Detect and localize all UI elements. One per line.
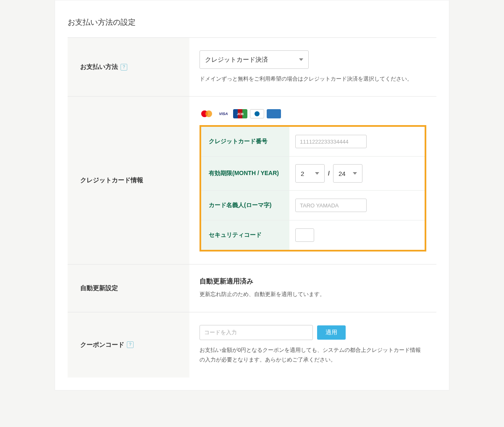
cc-expiry-month-value: 2 — [301, 170, 304, 177]
cc-name-input[interactable] — [295, 199, 367, 212]
card-brand-row: VISA JCB — [200, 109, 426, 118]
payment-method-select[interactable]: クレジットカード決済 — [200, 50, 309, 69]
cc-info-label: クレジットカード情報 — [68, 97, 189, 264]
row-coupon: クーポンコード ? 適用 お支払い金額が0円となるクーポンを適用しても、システム… — [68, 312, 436, 377]
cc-expiry-year-select[interactable]: 24 — [333, 164, 362, 183]
cc-number-label: クレジットカード番号 — [201, 127, 289, 156]
payment-method-label-text: お支払い方法 — [80, 63, 118, 71]
expiry-separator: / — [328, 170, 330, 177]
payment-method-note: ドメインずっと無料をご利用希望の場合はクレジットカード決済を選択してください。 — [200, 74, 426, 84]
help-icon[interactable]: ? — [127, 341, 134, 348]
mastercard-icon — [200, 109, 214, 118]
coupon-input[interactable] — [200, 325, 313, 340]
cc-expiry-month-select[interactable]: 2 — [295, 164, 325, 183]
row-cc-info: クレジットカード情報 VISA JCB クレジットカード番号 — [68, 97, 436, 265]
coupon-label: クーポンコード ? — [68, 312, 189, 377]
cc-cvv-label: セキュリティコード — [201, 220, 289, 250]
cc-cvv-input[interactable] — [295, 228, 314, 242]
cc-fields-table: クレジットカード番号 有効期限(MONTH / YEAR) 2 / — [200, 125, 426, 251]
coupon-label-text: クーポンコード — [80, 341, 124, 349]
page-title: お支払い方法の設定 — [68, 0, 436, 38]
coupon-note: お支払い金額が0円となるクーポンを適用しても、システムの都合上クレジットカード情… — [200, 345, 426, 365]
help-icon[interactable]: ? — [121, 64, 127, 71]
payment-settings-card: お支払い方法の設定 お支払い方法 ? クレジットカード決済 ドメインずっと無料を… — [55, 0, 449, 390]
row-payment-method: お支払い方法 ? クレジットカード決済 ドメインずっと無料をご利用希望の場合はク… — [68, 38, 436, 97]
cc-expiry-year-value: 24 — [339, 170, 346, 177]
auto-renew-note: 更新忘れ防止のため、自動更新を適用しています。 — [200, 289, 426, 299]
jcb-icon: JCB — [233, 109, 247, 118]
cc-expiry-label: 有効期限(MONTH / YEAR) — [201, 157, 289, 190]
cc-number-input[interactable] — [295, 135, 367, 148]
auto-renew-status: 自動更新適用済み — [200, 277, 426, 286]
chevron-down-icon — [353, 172, 357, 175]
payment-method-label: お支払い方法 ? — [68, 38, 189, 96]
payment-method-selected: クレジットカード決済 — [205, 56, 268, 64]
row-auto-renew: 自動更新設定 自動更新適用済み 更新忘れ防止のため、自動更新を適用しています。 — [68, 265, 436, 312]
visa-icon: VISA — [216, 109, 231, 118]
chevron-down-icon — [315, 172, 319, 175]
apply-coupon-button[interactable]: 適用 — [317, 325, 346, 340]
auto-renew-label: 自動更新設定 — [68, 265, 189, 312]
diners-icon — [250, 109, 264, 118]
cc-name-label: カード名義人(ローマ字) — [201, 191, 289, 220]
amex-icon — [267, 109, 281, 118]
chevron-down-icon — [299, 58, 303, 61]
